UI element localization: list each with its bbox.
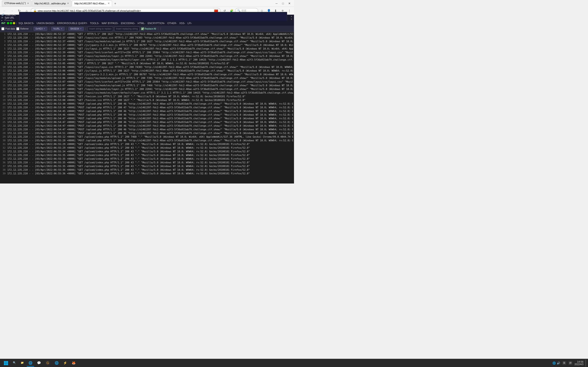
log-text: 172.12.135.210 - - [03/Apr/2022:06:54:47…	[7, 127, 293, 131]
table-row: 21172.12.135.210 - - [03/Apr/2022:06:53:…	[0, 106, 294, 109]
replace-to-input[interactable]	[114, 27, 140, 31]
tab-ctfshow[interactable]: CTFshow-web入门 ✕	[2, 0, 32, 6]
log-text: 172.12.135.210 - - [03/Apr/2022:06:55:29…	[7, 146, 250, 150]
table-row: 35172.12.135.210 - - [03/Apr/2022:06:55:…	[0, 157, 294, 161]
sep3: ⟦	[66, 27, 67, 30]
forward-button[interactable]: →	[9, 8, 15, 14]
log-text: 172.12.135.210 - - [03/Apr/2022:06:53:30…	[7, 106, 293, 109]
table-row: 25172.12.135.210 - - [03/Apr/2022:06:54:…	[0, 120, 294, 124]
sql-basics-menu[interactable]: SQL BASICS-	[18, 21, 35, 25]
lfi-menu[interactable]: LFI-	[187, 21, 193, 25]
line-number: 22	[1, 109, 7, 113]
encoding-menu[interactable]: ENCODING-	[120, 21, 136, 25]
0xhex-label: 0xHEX	[36, 27, 43, 30]
line-number: 7	[1, 54, 7, 58]
table-row: 15172.12.135.210 - - [03/Apr/2022:06:53:…	[0, 83, 294, 87]
line-number: 23	[1, 113, 7, 117]
line-number: 1	[1, 32, 7, 36]
close-button[interactable]: ✕	[287, 1, 292, 6]
hackbar-toolbar: 🔗 Load URL ✂ Split URL ▶ Execute ▲ ▼	[0, 15, 294, 21]
back-button[interactable]: ←	[1, 8, 8, 14]
log-text: 172.12.135.210 - - [03/Apr/2022:06:52:37…	[7, 43, 293, 47]
tab-index-php[interactable]: http://e14613...ad/index.php ✕	[32, 0, 71, 6]
dot-1	[7, 22, 9, 24]
log-text: 172.12.135.210 - - [03/Apr/2022:06:55:29…	[7, 142, 250, 146]
line-number: 30	[1, 139, 7, 142]
log-text: 172.12.135.210 - - [03/Apr/2022:06:53:07…	[7, 80, 293, 83]
scroll-down-icon[interactable]: ▼	[290, 18, 293, 20]
tab-close-2[interactable]: ✕	[67, 2, 69, 5]
log-text: 172.12.135.210 - - [03/Apr/2022:06:53:07…	[7, 91, 293, 94]
pcturl-btn[interactable]: %URL ▼	[51, 27, 65, 31]
union-based-menu[interactable]: UNION BASED-	[36, 21, 56, 25]
scroll-up-icon[interactable]: ▲	[290, 15, 293, 17]
referrer-checkbox-label[interactable]: Referrer	[16, 27, 29, 30]
line-number: 4	[1, 43, 7, 47]
minimize-button[interactable]: ─	[274, 1, 279, 6]
window-controls: ─ □ ✕	[274, 1, 292, 6]
line-number: 14	[1, 80, 7, 83]
dot-3	[13, 22, 15, 24]
referrer-checkbox[interactable]	[16, 27, 19, 30]
0xhex-arrow: ▼	[43, 28, 45, 30]
xss-menu[interactable]: XSS-	[178, 21, 186, 25]
waf-bypass-menu[interactable]: WAF BYPASS-	[101, 21, 120, 25]
line-number: 5	[1, 47, 7, 50]
table-row: 20172.12.135.210 - - [03/Apr/2022:06:53:…	[0, 102, 294, 106]
base64-arrow: ▼	[80, 28, 82, 30]
table-row: 28172.12.135.210 - - [03/Apr/2022:06:54:…	[0, 131, 294, 135]
load-url-icon: 🔗	[1, 14, 4, 16]
table-row: 7172.12.135.210 - - [03/Apr/2022:06:52:3…	[0, 54, 294, 58]
line-number: 8	[1, 58, 7, 61]
0xhex-btn[interactable]: 0xHEX ▼	[34, 27, 47, 31]
log-text: 172.12.135.210 - - [03/Apr/2022:06:55:12…	[7, 135, 293, 139]
sep4: ⟦	[85, 27, 86, 30]
log-text: 172.12.135.210 - - [03/Apr/2022:06:54:47…	[7, 117, 293, 120]
log-text: 172.12.135.210 - - [03/Apr/2022:06:53:08…	[7, 94, 246, 98]
menu-btn[interactable]: ⋮	[286, 8, 293, 14]
tab-label-active: http://e1461397-fdc2-40ae...	[74, 2, 106, 5]
replace-toolbar: Post data Referrer ⟦ 0xHEX ▼ ⟦ %URL ▼ ⟦ …	[0, 26, 294, 32]
split-url-btn[interactable]: ✂ Split URL	[1, 17, 16, 19]
postdata-checkbox[interactable]	[1, 27, 4, 30]
tab-label: http://e14613...ad/index.php	[35, 2, 66, 5]
log-text: 172.12.135.210 - - [03/Apr/2022:06:54:45…	[7, 109, 293, 113]
other-menu[interactable]: OTHER-	[166, 21, 178, 25]
log-text: 172.12.135.210 - - [03/Apr/2022:06:53:07…	[7, 87, 293, 91]
tab-active[interactable]: http://e1461397-fdc2-40ae... ✕	[72, 0, 112, 6]
log-text: 172.12.135.210 - - [03/Apr/2022:06:55:36…	[7, 175, 250, 176]
table-row: 33172.12.135.210 - - [03/Apr/2022:06:55:…	[0, 150, 294, 153]
tab-label: CTFshow-web入门	[4, 2, 26, 5]
line-number: 11	[1, 69, 7, 73]
int-label: INT	[1, 22, 6, 25]
log-content-area[interactable]: 1172.12.135.210 - - [03/Apr/2022:06:52:3…	[0, 32, 294, 176]
error-dq-menu[interactable]: ERROR/DOUBLE QUERY-	[56, 21, 89, 25]
new-tab-button[interactable]: +	[112, 1, 118, 6]
log-text: 172.12.135.210 - - [03/Apr/2022:06:53:06…	[7, 65, 293, 69]
html-menu[interactable]: HTML-	[137, 21, 146, 25]
table-row: 13172.12.135.210 - - [03/Apr/2022:06:53:…	[0, 76, 294, 80]
tools-menu[interactable]: TOOLS-	[89, 21, 100, 25]
tab-close-3[interactable]: ✕	[108, 2, 110, 5]
replace-all-label[interactable]: Replace All	[141, 27, 156, 30]
split-url-icon: ✂	[1, 17, 3, 19]
log-text: 172.12.135.210 - - [03/Apr/2022:06:54:47…	[7, 120, 293, 124]
table-row: 38172.12.135.210 - - [03/Apr/2022:06:55:…	[0, 168, 294, 172]
replace-all-checkbox[interactable]	[141, 27, 144, 30]
title-bar: CTFshow-web入门 ✕ http://e14613...ad/index…	[0, 0, 294, 7]
load-url-btn[interactable]: 🔗 Load URL	[1, 14, 16, 16]
log-text: 172.12.135.210 - - [03/Apr/2022:06:53:07…	[7, 83, 293, 87]
line-number: 9	[1, 61, 7, 65]
encryption-menu[interactable]: ENCRYPTION-	[147, 21, 166, 25]
tab-close[interactable]: ✕	[27, 2, 29, 5]
sep6: ⟦	[160, 27, 161, 30]
log-text: 172.12.135.210 - - [03/Apr/2022:06:52:39…	[7, 50, 293, 54]
table-row: 17172.12.135.210 - - [03/Apr/2022:06:53:…	[0, 91, 294, 94]
log-text: 172.12.135.210 - - [03/Apr/2022:06:55:35…	[7, 164, 250, 168]
maximize-button[interactable]: □	[280, 1, 286, 6]
replace-from-input[interactable]	[88, 27, 113, 31]
postdata-checkbox-label[interactable]: Post data	[1, 27, 15, 30]
base64-btn[interactable]: BASE64 ▼	[69, 27, 84, 31]
address-text: view-source:http://e1461397-fdc2-40ae-a2…	[38, 9, 213, 12]
log-text: 172.12.135.210 - - [03/Apr/2022:06:55:35…	[7, 153, 250, 157]
